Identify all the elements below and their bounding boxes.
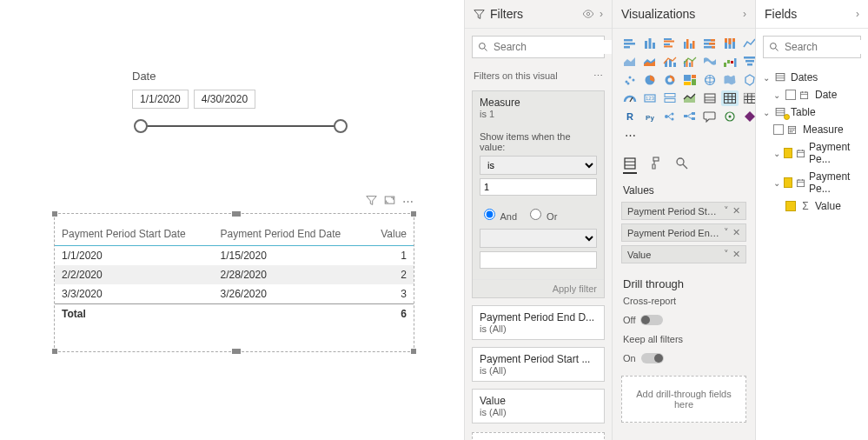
col-header[interactable]: Value <box>368 223 414 246</box>
field-node-date[interactable]: ⌄ Date <box>761 86 863 103</box>
ribbon-chart-icon[interactable] <box>701 54 719 70</box>
gauge-icon[interactable] <box>621 90 639 106</box>
treemap-icon[interactable] <box>681 72 699 88</box>
map-icon[interactable] <box>701 72 719 88</box>
add-drill-fields[interactable]: Add drill-through fields here <box>621 376 746 423</box>
more-options-icon[interactable]: ⋯ <box>402 195 414 208</box>
and-radio[interactable]: And <box>480 206 517 222</box>
line-stacked-column-icon[interactable] <box>661 54 679 70</box>
keep-filters-toggle[interactable] <box>641 353 664 363</box>
filter-operator-select[interactable]: is <box>480 156 597 175</box>
stacked-bar-100-icon[interactable] <box>701 36 719 51</box>
filled-map-icon[interactable] <box>721 72 739 88</box>
chevron-down-icon[interactable]: ˅ <box>724 205 729 217</box>
table-node-dates[interactable]: ⌄ Dates <box>761 69 863 86</box>
resize-handle[interactable] <box>411 349 416 354</box>
filter-value-input[interactable] <box>480 178 597 196</box>
area-chart-icon[interactable] <box>621 54 639 70</box>
col-header[interactable]: Payment Period End Date <box>213 223 368 246</box>
field-well[interactable]: Value ˅ ✕ <box>621 245 746 263</box>
table-row[interactable]: 2/2/2020 2/28/2020 2 <box>55 265 414 284</box>
remove-field-icon[interactable]: ✕ <box>732 249 740 260</box>
table-row[interactable]: 1/1/2020 1/15/2020 1 <box>55 246 414 266</box>
field-node-measure[interactable]: Measure <box>761 121 863 138</box>
or-radio[interactable]: Or <box>526 206 557 222</box>
filter-icon[interactable] <box>366 195 377 208</box>
resize-handle[interactable] <box>52 211 57 217</box>
import-visual-icon[interactable]: ⋯ <box>621 127 639 143</box>
fields-search[interactable] <box>763 36 861 58</box>
line-clustered-column-icon[interactable] <box>681 54 699 70</box>
filter-card[interactable]: Payment Period End D... is (All) <box>472 305 605 340</box>
add-filter-fields[interactable]: Add data fields here <box>472 432 605 440</box>
slider-track[interactable] <box>132 117 349 135</box>
remove-field-icon[interactable]: ✕ <box>732 205 740 217</box>
field-checkbox[interactable] <box>785 90 796 100</box>
card-icon[interactable]: 123 <box>641 90 659 106</box>
stacked-area-icon[interactable] <box>641 54 659 70</box>
field-node-payment1[interactable]: ⌄ Payment Pe... <box>761 138 863 168</box>
scatter-icon[interactable] <box>621 72 639 88</box>
table-visual[interactable]: ⋯ Payment Period Start Date Payment Peri… <box>54 213 414 352</box>
analytics-tab-icon[interactable] <box>675 157 689 174</box>
field-well[interactable]: Payment Period End Dat ˅ ✕ <box>621 223 746 242</box>
field-node-payment2[interactable]: ⌄ Payment Pe... <box>761 168 863 197</box>
chevron-down-icon[interactable]: ˅ <box>724 227 729 238</box>
slicer-icon[interactable] <box>701 90 719 106</box>
key-influencers-icon[interactable] <box>661 109 679 124</box>
python-visual-icon[interactable]: Py <box>641 109 659 124</box>
filter-card[interactable]: Payment Period Start ... is (All) <box>472 347 605 382</box>
remove-field-icon[interactable]: ✕ <box>732 227 740 238</box>
filter-search-input[interactable] <box>492 40 626 54</box>
col-header[interactable]: Payment Period Start Date <box>55 223 213 246</box>
apply-filter-button[interactable]: Apply filter <box>473 279 604 297</box>
arcgis-icon[interactable] <box>721 109 739 124</box>
filter-search[interactable] <box>472 36 605 58</box>
field-node-value[interactable]: Σ Value <box>761 197 863 215</box>
pie-chart-icon[interactable] <box>641 72 659 88</box>
resize-handle[interactable] <box>232 349 241 354</box>
hide-pane-icon[interactable] <box>582 10 594 18</box>
clustered-column-icon[interactable] <box>681 36 699 51</box>
r-visual-icon[interactable]: R <box>621 109 639 124</box>
table-row[interactable]: 3/3/2020 3/26/2020 3 <box>55 284 414 304</box>
table-icon[interactable] <box>721 90 739 106</box>
field-checkbox[interactable] <box>784 177 792 188</box>
fields-search-input[interactable] <box>783 40 868 54</box>
focus-mode-icon[interactable] <box>384 195 395 208</box>
report-canvas[interactable]: Date 1/1/2020 4/30/2020 ⋯ <box>0 0 464 440</box>
filter-section-more[interactable]: ⋯ <box>593 70 603 82</box>
fields-tab-icon[interactable] <box>623 157 637 174</box>
slider-handle-start[interactable] <box>134 119 148 133</box>
field-well[interactable]: Payment Period Start Da ˅ ✕ <box>621 202 746 220</box>
field-checkbox[interactable] <box>773 124 784 135</box>
cross-report-toggle[interactable] <box>640 315 663 325</box>
decomposition-tree-icon[interactable] <box>681 109 699 124</box>
waterfall-icon[interactable] <box>721 54 739 70</box>
kpi-icon[interactable] <box>681 90 699 106</box>
qa-visual-icon[interactable] <box>701 109 719 124</box>
filter-operator-select-2[interactable] <box>480 229 597 248</box>
filter-value-input-2[interactable] <box>480 251 597 269</box>
field-checkbox[interactable] <box>785 201 796 211</box>
multi-row-card-icon[interactable] <box>661 90 679 106</box>
field-checkbox[interactable] <box>784 148 792 158</box>
clustered-bar-icon[interactable] <box>661 36 679 51</box>
stacked-column-icon[interactable] <box>641 36 659 51</box>
collapse-pane-icon[interactable]: › <box>743 8 746 20</box>
stacked-bar-icon[interactable] <box>621 36 639 51</box>
table-node-table[interactable]: ⌄ Table <box>761 103 863 121</box>
chevron-down-icon[interactable]: ˅ <box>724 249 729 260</box>
collapse-pane-icon[interactable]: › <box>600 8 603 20</box>
slicer-start-date[interactable]: 1/1/2020 <box>132 90 189 109</box>
resize-handle[interactable] <box>411 211 416 217</box>
stacked-column-100-icon[interactable] <box>721 36 739 51</box>
slicer-end-date[interactable]: 4/30/2020 <box>194 90 255 109</box>
format-tab-icon[interactable] <box>649 157 663 174</box>
date-slicer[interactable]: Date 1/1/2020 4/30/2020 <box>132 70 349 135</box>
collapse-pane-icon[interactable]: › <box>856 8 859 20</box>
slider-handle-end[interactable] <box>334 119 348 133</box>
resize-handle[interactable] <box>52 349 57 354</box>
resize-handle[interactable] <box>232 211 241 217</box>
filter-card-measure[interactable]: Measure is 1 Show items when the value: … <box>472 90 605 298</box>
